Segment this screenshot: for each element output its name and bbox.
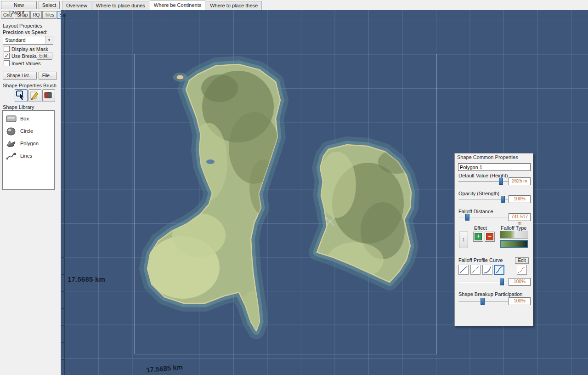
tab-where-to-place-dunes[interactable]: Where to place dunes	[92, 1, 149, 10]
lines-shape-icon	[6, 152, 17, 160]
slider-thumb[interactable]	[500, 278, 504, 285]
effect-subtract-button[interactable]: −	[485, 232, 495, 242]
pencil-icon	[29, 90, 40, 101]
islet[interactable]	[176, 75, 184, 80]
display-as-mask-checkbox[interactable]: Display as Mask	[4, 46, 48, 52]
shape-list-button[interactable]: Shape List...	[3, 72, 37, 80]
shape-box-icon	[43, 90, 54, 101]
library-item-circle[interactable]: Circle	[3, 125, 54, 137]
opacity-slider[interactable]	[458, 196, 508, 203]
tab-where-be-continents[interactable]: Where be Continents	[150, 0, 205, 10]
shape-library-list: Box Circle Polygon	[2, 110, 55, 190]
effect-add-button[interactable]: +	[473, 232, 483, 242]
checkbox-label: Display as Mask	[11, 46, 48, 52]
drag-height-button[interactable]: ↕	[459, 232, 468, 248]
application-window: New Layout... Select Overview Where to p…	[0, 0, 588, 375]
minus-icon: −	[486, 233, 493, 240]
ease-curve-icon	[483, 265, 492, 274]
falloff-distance-field[interactable]: 741.517 m	[509, 213, 531, 221]
shape-select-brush-button[interactable]	[15, 89, 28, 102]
curve-custom-button[interactable]	[517, 265, 527, 275]
checkbox-box	[4, 60, 10, 66]
vertical-ruler	[64, 17, 65, 375]
box-shape-icon	[6, 115, 17, 123]
checkbox-label: Invert Values	[11, 61, 40, 66]
shape-name-input[interactable]	[458, 163, 531, 171]
slider-thumb[interactable]	[499, 178, 503, 185]
vertical-scale-label: 17.5685 km	[68, 275, 105, 283]
library-item-lines[interactable]: Lines	[3, 150, 54, 162]
curve-linear-button[interactable]	[458, 265, 469, 275]
breakup-participation-field[interactable]: 100%	[509, 297, 531, 305]
erase-properties-brush-button[interactable]	[42, 89, 55, 102]
precision-dropdown[interactable]: Standard ▾	[3, 36, 53, 45]
falloff-distance-slider[interactable]	[458, 214, 508, 221]
breakup-participation-slider[interactable]	[458, 298, 508, 305]
ruler-tick	[61, 291, 64, 292]
tab-where-to-place-these[interactable]: Where to place these	[206, 1, 262, 10]
ruler-tick	[61, 308, 64, 309]
curve-dotted-button[interactable]	[470, 265, 481, 275]
layout-tabstrip: Overview Where to place dunes Where be C…	[62, 0, 262, 10]
profile-amount-field[interactable]: 100%	[509, 278, 531, 286]
ruler-tick	[61, 372, 64, 372]
ruler-tick	[61, 257, 64, 258]
linear-curve-icon	[459, 265, 468, 274]
slider-thumb[interactable]	[501, 196, 505, 203]
circle-shape-icon	[6, 127, 17, 136]
chevron-down-icon: ▾	[45, 36, 53, 44]
layout-properties-title: Layout Properties	[3, 23, 42, 28]
invert-values-checkbox[interactable]: Invert Values	[4, 60, 40, 66]
polygon-shape-icon	[6, 140, 17, 148]
panel-title-bar[interactable]: Shape Common Properties	[455, 153, 533, 161]
select-shape-icon	[15, 90, 26, 101]
sidebar: Grid Snap RQ Tiles Show Layout Propertie…	[0, 10, 61, 375]
curve-scurve-button[interactable]	[494, 265, 504, 275]
plus-icon: +	[475, 233, 482, 240]
falloff-type-label: Falloff Type	[501, 225, 526, 231]
precision-dropdown-value: Standard	[5, 37, 26, 43]
checkbox-box: ✓	[4, 53, 10, 59]
slider-thumb[interactable]	[481, 298, 485, 305]
library-item-box[interactable]: Box	[3, 113, 54, 125]
library-item-label: Circle	[20, 128, 33, 134]
edit-curve-button[interactable]: Edit	[515, 257, 529, 264]
edit-breakup-button[interactable]: Edit..	[37, 52, 52, 60]
shape-library-title: Shape Library	[3, 104, 34, 110]
opacity-value-field[interactable]: 100%	[509, 195, 531, 203]
brush-section-title: Shape Properties Brush	[3, 83, 57, 88]
checkbox-box	[4, 46, 10, 52]
file-button[interactable]: File...	[39, 72, 57, 80]
falloff-type-gradient-button[interactable]	[500, 240, 528, 248]
rq-toggle-button[interactable]: RQ	[30, 11, 42, 19]
s-curve-icon	[495, 266, 503, 274]
tab-overview[interactable]: Overview	[62, 1, 91, 10]
breakup-participation-label: Shape Breakup Participation	[458, 291, 522, 297]
ruler-tick	[61, 325, 64, 326]
ruler-tick	[61, 359, 64, 360]
falloff-profile-curve-label: Falloff Profile Curve	[458, 257, 503, 263]
shape-common-properties-panel: Shape Common Properties Default Value (H…	[454, 153, 533, 326]
ruler-arrow-icon	[62, 13, 66, 17]
effect-label: Effect	[474, 225, 487, 231]
default-value-slider[interactable]	[458, 178, 508, 185]
select-button[interactable]: Select	[39, 1, 60, 9]
ruler-tick	[61, 274, 64, 275]
default-value-field[interactable]: 2625 m	[509, 177, 531, 185]
falloff-type-plateau-button[interactable]	[500, 231, 528, 239]
profile-amount-slider[interactable]	[458, 278, 508, 285]
library-item-polygon[interactable]: Polygon	[3, 137, 54, 150]
ruler-tick	[61, 342, 64, 343]
library-item-label: Polygon	[20, 141, 39, 146]
slider-thumb[interactable]	[465, 214, 469, 221]
precision-label: Precision vs Speed:	[3, 29, 47, 35]
library-item-label: Lines	[20, 153, 32, 159]
new-layout-button[interactable]: New Layout...	[1, 1, 37, 9]
custom-curve-icon	[517, 265, 526, 274]
tiles-toggle-button[interactable]: Tiles	[42, 11, 57, 19]
use-breakup-checkbox[interactable]: ✓ Use Breakup	[4, 53, 41, 59]
curve-ease-button[interactable]	[482, 265, 492, 275]
paint-properties-brush-button[interactable]	[28, 89, 41, 102]
dotted-curve-icon	[471, 265, 480, 274]
cursor-crosshair	[324, 216, 336, 227]
